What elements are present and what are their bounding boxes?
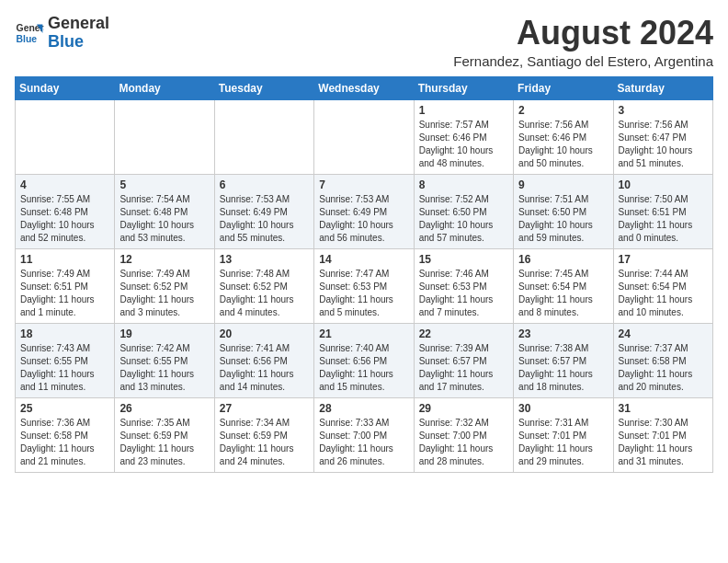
- month-year-title: August 2024: [453, 15, 713, 52]
- day-info: Sunrise: 7:48 AM Sunset: 6:52 PM Dayligh…: [220, 268, 309, 319]
- location-subtitle: Fernandez, Santiago del Estero, Argentin…: [453, 53, 713, 69]
- calendar-cell: 24Sunrise: 7:37 AM Sunset: 6:58 PM Dayli…: [613, 323, 712, 397]
- calendar-cell: 22Sunrise: 7:39 AM Sunset: 6:57 PM Dayli…: [414, 323, 513, 397]
- calendar-week-row: 25Sunrise: 7:36 AM Sunset: 6:58 PM Dayli…: [16, 397, 713, 472]
- day-number: 10: [619, 178, 708, 191]
- day-number: 6: [220, 178, 309, 191]
- calendar-week-row: 4Sunrise: 7:55 AM Sunset: 6:48 PM Daylig…: [16, 174, 713, 248]
- calendar-cell: 13Sunrise: 7:48 AM Sunset: 6:52 PM Dayli…: [214, 248, 313, 323]
- calendar-cell: 11Sunrise: 7:49 AM Sunset: 6:51 PM Dayli…: [16, 248, 115, 323]
- calendar-cell: 30Sunrise: 7:31 AM Sunset: 7:01 PM Dayli…: [514, 397, 613, 472]
- svg-text:Blue: Blue: [17, 33, 38, 43]
- calendar-cell: 31Sunrise: 7:30 AM Sunset: 7:01 PM Dayli…: [613, 397, 712, 472]
- day-info: Sunrise: 7:31 AM Sunset: 7:01 PM Dayligh…: [518, 417, 608, 468]
- calendar-cell: 7Sunrise: 7:53 AM Sunset: 6:49 PM Daylig…: [314, 174, 414, 248]
- day-number: 18: [20, 327, 109, 340]
- calendar-cell: 29Sunrise: 7:32 AM Sunset: 7:00 PM Dayli…: [414, 397, 513, 472]
- day-of-week-header: Wednesday: [314, 76, 414, 99]
- calendar-cell: [16, 99, 115, 174]
- calendar-cell: [214, 99, 313, 174]
- day-number: 8: [419, 178, 508, 191]
- day-number: 7: [319, 178, 408, 191]
- calendar-cell: 20Sunrise: 7:41 AM Sunset: 6:56 PM Dayli…: [214, 323, 313, 397]
- day-number: 1: [419, 104, 508, 117]
- calendar-cell: 2Sunrise: 7:56 AM Sunset: 6:46 PM Daylig…: [514, 99, 613, 174]
- day-number: 25: [20, 402, 109, 415]
- day-number: 27: [220, 402, 309, 415]
- day-info: Sunrise: 7:32 AM Sunset: 7:00 PM Dayligh…: [419, 417, 508, 468]
- day-number: 21: [319, 327, 408, 340]
- day-of-week-header: Saturday: [613, 76, 712, 99]
- day-info: Sunrise: 7:54 AM Sunset: 6:48 PM Dayligh…: [119, 193, 209, 245]
- logo-blue-text: Blue: [48, 32, 84, 51]
- logo: General Blue General Blue: [15, 15, 109, 52]
- day-info: Sunrise: 7:56 AM Sunset: 6:46 PM Dayligh…: [518, 119, 608, 170]
- day-info: Sunrise: 7:38 AM Sunset: 6:57 PM Dayligh…: [518, 342, 608, 394]
- calendar-cell: 14Sunrise: 7:47 AM Sunset: 6:53 PM Dayli…: [314, 248, 414, 323]
- day-info: Sunrise: 7:35 AM Sunset: 6:59 PM Dayligh…: [119, 417, 209, 468]
- calendar-cell: 25Sunrise: 7:36 AM Sunset: 6:58 PM Dayli…: [16, 397, 115, 472]
- day-number: 29: [419, 402, 508, 415]
- logo-icon: General Blue: [15, 18, 44, 48]
- day-info: Sunrise: 7:39 AM Sunset: 6:57 PM Dayligh…: [419, 342, 508, 394]
- day-info: Sunrise: 7:33 AM Sunset: 7:00 PM Dayligh…: [319, 417, 408, 468]
- day-info: Sunrise: 7:49 AM Sunset: 6:52 PM Dayligh…: [119, 268, 209, 319]
- day-number: 3: [619, 104, 708, 117]
- day-info: Sunrise: 7:37 AM Sunset: 6:58 PM Dayligh…: [619, 342, 708, 394]
- day-of-week-header: Thursday: [414, 76, 513, 99]
- calendar-cell: 27Sunrise: 7:34 AM Sunset: 6:59 PM Dayli…: [214, 397, 313, 472]
- day-info: Sunrise: 7:43 AM Sunset: 6:55 PM Dayligh…: [20, 342, 109, 394]
- day-number: 15: [419, 253, 508, 266]
- calendar-cell: 1Sunrise: 7:57 AM Sunset: 6:46 PM Daylig…: [414, 99, 513, 174]
- calendar-cell: 23Sunrise: 7:38 AM Sunset: 6:57 PM Dayli…: [514, 323, 613, 397]
- day-number: 2: [518, 104, 608, 117]
- day-info: Sunrise: 7:53 AM Sunset: 6:49 PM Dayligh…: [319, 193, 408, 245]
- day-number: 14: [319, 253, 408, 266]
- day-info: Sunrise: 7:46 AM Sunset: 6:53 PM Dayligh…: [419, 268, 508, 319]
- calendar-cell: 4Sunrise: 7:55 AM Sunset: 6:48 PM Daylig…: [16, 174, 115, 248]
- calendar-table: SundayMondayTuesdayWednesdayThursdayFrid…: [15, 76, 713, 473]
- day-info: Sunrise: 7:42 AM Sunset: 6:55 PM Dayligh…: [119, 342, 209, 394]
- calendar-cell: 18Sunrise: 7:43 AM Sunset: 6:55 PM Dayli…: [16, 323, 115, 397]
- day-info: Sunrise: 7:44 AM Sunset: 6:54 PM Dayligh…: [619, 268, 708, 319]
- day-number: 19: [119, 327, 209, 340]
- day-info: Sunrise: 7:49 AM Sunset: 6:51 PM Dayligh…: [20, 268, 109, 319]
- day-info: Sunrise: 7:50 AM Sunset: 6:51 PM Dayligh…: [619, 193, 708, 245]
- day-info: Sunrise: 7:47 AM Sunset: 6:53 PM Dayligh…: [319, 268, 408, 319]
- day-info: Sunrise: 7:36 AM Sunset: 6:58 PM Dayligh…: [20, 417, 109, 468]
- calendar-week-row: 18Sunrise: 7:43 AM Sunset: 6:55 PM Dayli…: [16, 323, 713, 397]
- day-of-week-header: Sunday: [16, 76, 115, 99]
- calendar-cell: 10Sunrise: 7:50 AM Sunset: 6:51 PM Dayli…: [613, 174, 712, 248]
- day-number: 31: [619, 402, 708, 415]
- day-number: 23: [518, 327, 608, 340]
- calendar-cell: 26Sunrise: 7:35 AM Sunset: 6:59 PM Dayli…: [115, 397, 214, 472]
- logo-general-text: General: [48, 14, 109, 32]
- calendar-cell: 15Sunrise: 7:46 AM Sunset: 6:53 PM Dayli…: [414, 248, 513, 323]
- day-info: Sunrise: 7:40 AM Sunset: 6:56 PM Dayligh…: [319, 342, 408, 394]
- calendar-header-row: SundayMondayTuesdayWednesdayThursdayFrid…: [16, 76, 713, 99]
- calendar-cell: 5Sunrise: 7:54 AM Sunset: 6:48 PM Daylig…: [115, 174, 214, 248]
- calendar-cell: 16Sunrise: 7:45 AM Sunset: 6:54 PM Dayli…: [514, 248, 613, 323]
- calendar-cell: 21Sunrise: 7:40 AM Sunset: 6:56 PM Dayli…: [314, 323, 414, 397]
- day-number: 30: [518, 402, 608, 415]
- day-info: Sunrise: 7:55 AM Sunset: 6:48 PM Dayligh…: [20, 193, 109, 245]
- day-number: 11: [20, 253, 109, 266]
- day-number: 13: [220, 253, 309, 266]
- day-number: 26: [119, 402, 209, 415]
- day-info: Sunrise: 7:30 AM Sunset: 7:01 PM Dayligh…: [619, 417, 708, 468]
- day-number: 4: [20, 178, 109, 191]
- page-header: General Blue General Blue August 2024 Fe…: [15, 15, 713, 69]
- day-info: Sunrise: 7:53 AM Sunset: 6:49 PM Dayligh…: [220, 193, 309, 245]
- calendar-cell: 19Sunrise: 7:42 AM Sunset: 6:55 PM Dayli…: [115, 323, 214, 397]
- day-of-week-header: Monday: [115, 76, 214, 99]
- calendar-cell: [115, 99, 214, 174]
- day-info: Sunrise: 7:51 AM Sunset: 6:50 PM Dayligh…: [518, 193, 608, 245]
- day-info: Sunrise: 7:41 AM Sunset: 6:56 PM Dayligh…: [220, 342, 309, 394]
- day-info: Sunrise: 7:57 AM Sunset: 6:46 PM Dayligh…: [419, 119, 508, 170]
- day-info: Sunrise: 7:56 AM Sunset: 6:47 PM Dayligh…: [619, 119, 708, 170]
- day-info: Sunrise: 7:52 AM Sunset: 6:50 PM Dayligh…: [419, 193, 508, 245]
- day-number: 16: [518, 253, 608, 266]
- calendar-cell: 17Sunrise: 7:44 AM Sunset: 6:54 PM Dayli…: [613, 248, 712, 323]
- day-of-week-header: Friday: [514, 76, 613, 99]
- calendar-cell: 8Sunrise: 7:52 AM Sunset: 6:50 PM Daylig…: [414, 174, 513, 248]
